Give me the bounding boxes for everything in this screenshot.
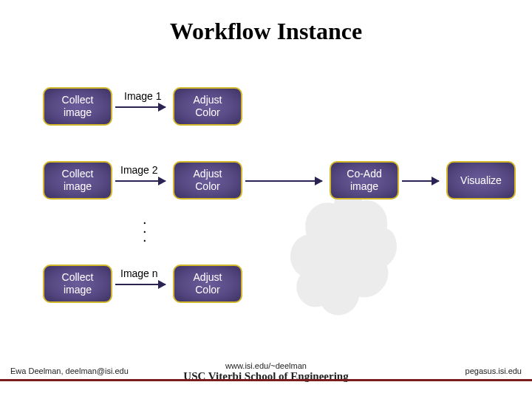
label-image-n: Image n xyxy=(120,267,158,279)
ellipsis-dots: ... xyxy=(143,214,147,241)
node-visualize: Visualize xyxy=(446,161,516,200)
node-collect-n: Collect image xyxy=(43,265,112,303)
arrow-to-coadd xyxy=(245,180,322,182)
label-image-2: Image 2 xyxy=(120,164,158,176)
slide: Workflow Instance Collect image Image 1 … xyxy=(0,0,532,399)
slide-title: Workflow Instance xyxy=(0,18,532,45)
node-coadd: Co-Add image xyxy=(330,161,399,200)
footer-site: pegasus.isi.edu xyxy=(466,366,522,375)
node-adjust-2: Adjust Color xyxy=(173,161,242,200)
arrow-n xyxy=(115,284,166,285)
arrow-1 xyxy=(115,106,166,108)
node-adjust-n: Adjust Color xyxy=(173,265,242,303)
arrow-2 xyxy=(115,180,166,182)
node-adjust-1: Adjust Color xyxy=(173,87,242,126)
label-image-1: Image 1 xyxy=(124,90,162,102)
footer-url: www.isi.edu/~deelman xyxy=(225,361,307,370)
arrow-to-viz xyxy=(402,180,439,182)
node-collect-2: Collect image xyxy=(43,161,112,200)
footer-divider xyxy=(0,379,532,381)
node-collect-1: Collect image xyxy=(43,87,112,126)
